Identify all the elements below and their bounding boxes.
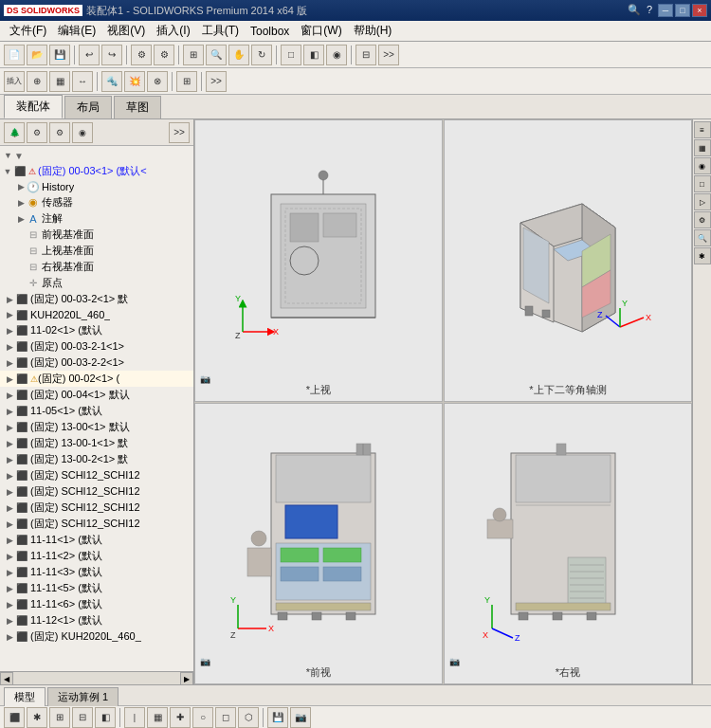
viewport-right[interactable]: Y Z X *右视 📷 <box>444 403 692 685</box>
property-manager-button[interactable]: ⚙ <box>27 122 47 143</box>
undo-button[interactable]: ↩ <box>79 45 100 65</box>
tree-item-5[interactable]: ▶ ⬛ (固定) 00-03-2-2<1> <box>0 355 193 371</box>
item17-expander[interactable]: ▶ <box>4 552 15 561</box>
rs-btn-2[interactable]: ▦ <box>694 139 711 156</box>
tree-item-3[interactable]: ▶ ⬛ 11-02<1> (默认 <box>0 322 193 338</box>
tree-item-10[interactable]: ▶ ⬛ (固定) 13-00-1<1> 默 <box>0 435 193 451</box>
item1-expander[interactable]: ▶ <box>4 295 15 304</box>
tree-item-21[interactable]: ▶ ⬛ 11-12<1> (默认 <box>0 612 193 628</box>
item22-expander[interactable]: ▶ <box>4 632 15 642</box>
tree-item-9[interactable]: ▶ ⬛ (固定) 13-00<1> 默认 <box>0 419 193 435</box>
tab-assembly[interactable]: 装配体 <box>4 95 63 118</box>
open-button[interactable]: 📂 <box>27 45 47 65</box>
tree-item-18[interactable]: ▶ ⬛ 11-11<3> (默认 <box>0 564 193 580</box>
redo-button[interactable]: ↪ <box>101 45 122 65</box>
tree-front-plane[interactable]: ⊟ 前视基准面 <box>0 227 193 243</box>
restore-button[interactable]: □ <box>675 4 690 17</box>
tree-sensors[interactable]: ▶ ◉ 传感器 <box>0 194 193 210</box>
rs-btn-1[interactable]: ≡ <box>694 121 711 138</box>
rotate-button[interactable]: ↻ <box>251 45 272 65</box>
hide-show-button[interactable]: ◉ <box>326 45 347 65</box>
tree-item-15[interactable]: ▶ ⬛ (固定) SCHI12_SCHI12 <box>0 516 193 532</box>
menu-view[interactable]: 视图(V) <box>101 21 151 41</box>
tree-item-11[interactable]: ▶ ⬛ (固定) 13-00-2<1> 默 <box>0 451 193 467</box>
item19-expander[interactable]: ▶ <box>4 584 15 593</box>
view-4panel-button[interactable]: ⊞ <box>176 71 197 92</box>
tree-item-1[interactable]: ▶ ⬛ (固定) 00-03-2<1> 默 <box>0 291 193 307</box>
bt-btn-1[interactable]: ⬛ <box>4 707 25 728</box>
bt-btn-7[interactable]: ▦ <box>147 707 168 728</box>
zoom-fit-button[interactable]: ⊞ <box>183 45 204 65</box>
search-icon[interactable]: 🔍 <box>628 4 641 17</box>
insert-component-button[interactable]: 插入 <box>4 71 25 92</box>
item4-expander[interactable]: ▶ <box>4 342 15 352</box>
bt-btn-13[interactable]: 📷 <box>290 707 311 728</box>
tree-item-12[interactable]: ▶ ⬛ (固定) SCHI12_SCHI12 <box>0 467 193 483</box>
item21-expander[interactable]: ▶ <box>4 616 15 626</box>
tree-item-20[interactable]: ▶ ⬛ 11-11<6> (默认 <box>0 596 193 612</box>
rs-btn-7[interactable]: 🔍 <box>694 229 711 246</box>
move-component-button[interactable]: ↔ <box>72 71 93 92</box>
tree-item-19[interactable]: ▶ ⬛ 11-11<5> (默认 <box>0 580 193 596</box>
help-icon[interactable]: ? <box>647 4 652 17</box>
bt-btn-2[interactable]: ✱ <box>27 707 47 728</box>
bt-btn-10[interactable]: ◻ <box>215 707 236 728</box>
display-mode-button[interactable]: □ <box>281 45 301 65</box>
pan-button[interactable]: ✋ <box>228 45 249 65</box>
item2-expander[interactable]: ▶ <box>4 310 15 319</box>
annotations-expander[interactable]: ▶ <box>15 214 27 224</box>
menu-help[interactable]: 帮助(H) <box>348 21 398 41</box>
close-button[interactable]: × <box>692 4 707 17</box>
interference-button[interactable]: ⊗ <box>147 71 168 92</box>
viewport-isometric[interactable]: X Z Y *上下二等角轴测 <box>444 119 692 402</box>
bt-btn-4[interactable]: ⊟ <box>72 707 93 728</box>
bt-btn-12[interactable]: 💾 <box>267 707 288 728</box>
scroll-right-button[interactable]: ▶ <box>180 672 193 684</box>
tree-root[interactable]: ▼ ⬛ ⚠ (固定) 00-03<1> (默认< <box>0 163 193 179</box>
view-layout-button[interactable]: ⊟ <box>356 45 376 65</box>
rs-btn-8[interactable]: ✱ <box>694 247 711 264</box>
item14-expander[interactable]: ▶ <box>4 503 15 513</box>
mate-button[interactable]: ⊕ <box>27 71 47 92</box>
btab-motion[interactable]: 运动算例 1 <box>47 687 118 706</box>
options-button[interactable]: ⚙ <box>154 45 174 65</box>
tab-layout[interactable]: 布局 <box>64 96 112 118</box>
feature-manager-button[interactable]: 🌲 <box>4 122 25 143</box>
tab-sketch[interactable]: 草图 <box>114 96 161 118</box>
item15-expander[interactable]: ▶ <box>4 519 15 529</box>
bt-btn-11[interactable]: ⬡ <box>238 707 259 728</box>
tree-top-plane[interactable]: ⊟ 上视基准面 <box>0 243 193 259</box>
save-button[interactable]: 💾 <box>49 45 70 65</box>
tree-item-6[interactable]: ▶ ⬛ ⚠ (固定) 00-02<1> ( <box>0 371 193 387</box>
tree-item-2[interactable]: ▶ ⬛ KUH2020L_460_ <box>0 307 193 322</box>
tree-history[interactable]: ▶ 🕐 History <box>0 179 193 194</box>
item16-expander[interactable]: ▶ <box>4 536 15 545</box>
item18-expander[interactable]: ▶ <box>4 568 15 577</box>
explode-button[interactable]: 💥 <box>124 71 145 92</box>
scroll-left-button[interactable]: ◀ <box>0 672 13 684</box>
item11-expander[interactable]: ▶ <box>4 455 15 464</box>
item9-expander[interactable]: ▶ <box>4 423 15 432</box>
item3-expander[interactable]: ▶ <box>4 326 15 336</box>
tree-item-17[interactable]: ▶ ⬛ 11-11<2> (默认 <box>0 548 193 564</box>
linear-pattern-button[interactable]: ▦ <box>49 71 70 92</box>
menu-tools[interactable]: 工具(T) <box>196 21 245 41</box>
root-expander[interactable]: ▼ <box>2 167 13 176</box>
rs-btn-3[interactable]: ◉ <box>694 157 711 174</box>
history-expander[interactable]: ▶ <box>15 182 27 191</box>
rs-btn-5[interactable]: ▷ <box>694 193 711 210</box>
config-manager-button[interactable]: ⚙ <box>49 122 70 143</box>
rs-btn-6[interactable]: ⚙ <box>694 211 711 228</box>
item13-expander[interactable]: ▶ <box>4 487 15 497</box>
menu-window[interactable]: 窗口(W) <box>295 21 347 41</box>
rebuild-button[interactable]: ⚙ <box>131 45 152 65</box>
zoom-in-button[interactable]: 🔍 <box>206 45 227 65</box>
tree-right-plane[interactable]: ⊟ 右视基准面 <box>0 259 193 275</box>
menu-toolbox[interactable]: Toolbox <box>245 23 295 40</box>
menu-insert[interactable]: 插入(I) <box>151 21 195 41</box>
tree-item-22[interactable]: ▶ ⬛ (固定) KUH2020L_460_ <box>0 628 193 645</box>
item6-expander[interactable]: ▶ <box>4 374 15 384</box>
tree-expand-button[interactable]: >> <box>169 122 190 143</box>
tree-item-7[interactable]: ▶ ⬛ (固定) 00-04<1> 默认 <box>0 387 193 403</box>
tree-item-8[interactable]: ▶ ⬛ 11-05<1> (默认 <box>0 403 193 419</box>
